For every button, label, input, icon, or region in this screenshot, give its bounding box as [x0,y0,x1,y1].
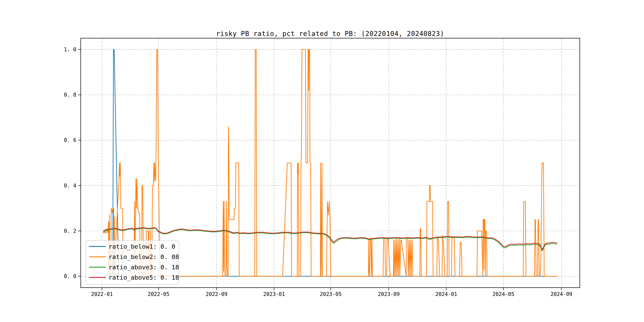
legend-label-ratio_below1: ratio_below1: 0. 0 [108,243,175,250]
x-tick-label: 2024-05 [492,291,514,297]
legend-label-ratio_above3: ratio_above3: 0. 18 [108,264,179,271]
chart-title: risky PB ratio, pct related to PB: (2022… [216,30,444,38]
x-tick-label: 2022-09 [206,291,228,297]
y-tick-label: 0. 4 [64,183,76,189]
y-tick-label: 1. 0 [64,46,76,52]
y-tick-label: 0. 0 [64,273,76,279]
x-tick-label: 2024-09 [550,291,572,297]
x-tick-label: 2022-01 [91,291,113,297]
x-tick-label: 2024-01 [436,291,457,297]
risky-pb-ratio-chart: 2022-012022-052022-092023-012023-052023-… [0,0,644,322]
legend-label-ratio_below2: ratio_below2: 0. 08 [108,253,179,260]
legend: ratio_below1: 0. 0ratio_below2: 0. 08rat… [86,240,179,284]
y-tick-label: 0. 8 [64,92,76,98]
x-tick-label: 2023-09 [378,291,400,297]
y-tick-label: 0. 2 [64,228,76,234]
chart-figure: 2022-012022-052022-092023-012023-052023-… [0,0,644,322]
x-tick-label: 2022-05 [148,291,170,297]
x-tick-label: 2023-01 [263,291,285,297]
x-tick-label: 2023-05 [320,291,342,297]
y-tick-label: 0. 6 [64,137,76,143]
legend-label-ratio_above5: ratio_above5: 0. 18 [108,274,179,281]
